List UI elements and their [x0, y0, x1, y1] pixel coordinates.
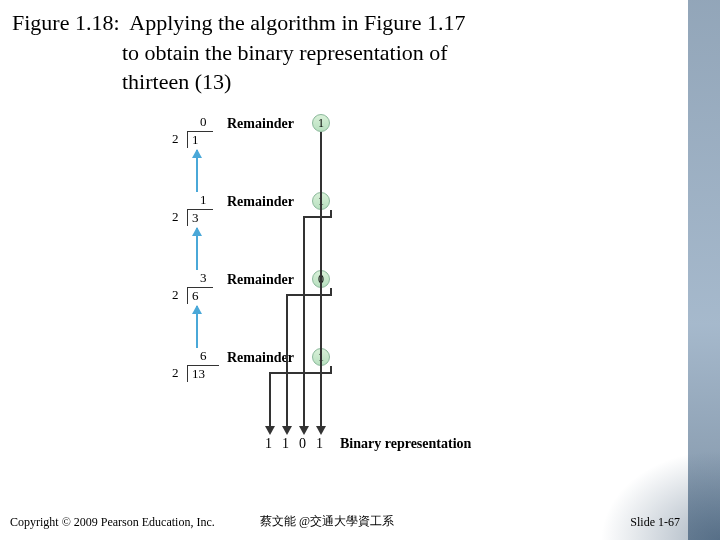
division-bracket — [187, 209, 213, 226]
dividend: 13 — [192, 366, 205, 382]
binary-bit-2: 1 — [282, 436, 289, 452]
quotient: 1 — [200, 192, 207, 208]
up-arrow-icon — [196, 306, 198, 348]
down-arrow-icon — [282, 426, 292, 435]
remainder-label: Remainder — [227, 116, 294, 132]
trace-line — [303, 218, 305, 428]
trace-line — [330, 366, 332, 374]
title-line2: to obtain the binary representation of — [122, 40, 448, 65]
remainder-label: Remainder — [227, 272, 294, 288]
trace-line — [303, 216, 330, 218]
binary-bit-1: 0 — [299, 436, 306, 452]
divisor: 2 — [172, 365, 179, 381]
divisor: 2 — [172, 209, 179, 225]
up-arrow-icon — [196, 150, 198, 192]
down-arrow-icon — [316, 426, 326, 435]
title-line1: Applying the algorithm in Figure 1.17 — [129, 10, 465, 35]
quotient: 0 — [200, 114, 207, 130]
trace-line — [330, 210, 332, 218]
up-arrow-icon — [196, 228, 198, 270]
author-text: 蔡文能 @交通大學資工系 — [260, 513, 394, 530]
divisor: 2 — [172, 287, 179, 303]
remainder-label: Remainder — [227, 350, 294, 366]
down-arrow-icon — [299, 426, 309, 435]
dividend: 6 — [192, 288, 199, 304]
copyright-text: Copyright © 2009 Pearson Education, Inc. — [10, 515, 215, 530]
trace-line — [269, 374, 271, 428]
trace-line — [320, 132, 322, 428]
trace-line — [330, 288, 332, 296]
binary-label: Binary representation — [340, 436, 471, 452]
figure-label: Figure 1.18: — [12, 10, 120, 35]
trace-line — [286, 296, 288, 428]
remainder-label: Remainder — [227, 194, 294, 210]
quotient: 3 — [200, 270, 207, 286]
binary-bit-3: 1 — [265, 436, 272, 452]
division-diagram: 0 2 1 Remainder 1 1 2 3 Remainder 1 3 2 … — [160, 118, 540, 488]
quotient: 6 — [200, 348, 207, 364]
title-line3: thirteen (13) — [122, 69, 231, 94]
division-bracket — [187, 287, 213, 304]
remainder-bubble: 1 — [312, 114, 330, 132]
trace-line — [286, 294, 330, 296]
slide-title: Figure 1.18: Applying the algorithm in F… — [12, 8, 465, 97]
trace-line — [269, 372, 330, 374]
dividend: 1 — [192, 132, 199, 148]
division-bracket — [187, 131, 213, 148]
down-arrow-icon — [265, 426, 275, 435]
binary-bit-0: 1 — [316, 436, 323, 452]
dividend: 3 — [192, 210, 199, 226]
divisor: 2 — [172, 131, 179, 147]
slide-number: Slide 1-67 — [630, 515, 680, 530]
